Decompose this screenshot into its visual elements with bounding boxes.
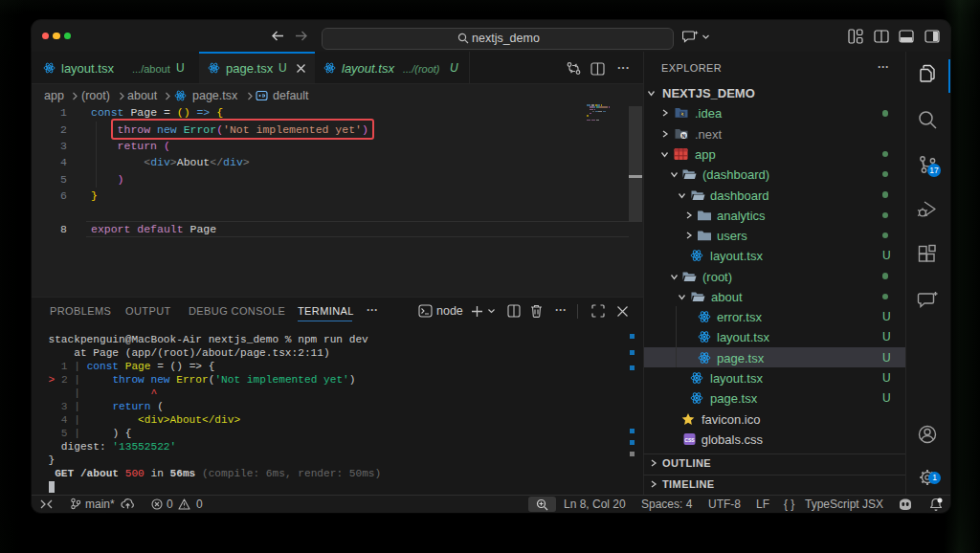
svg-text:N: N	[682, 132, 686, 138]
svg-text:CSS: CSS	[684, 436, 695, 442]
